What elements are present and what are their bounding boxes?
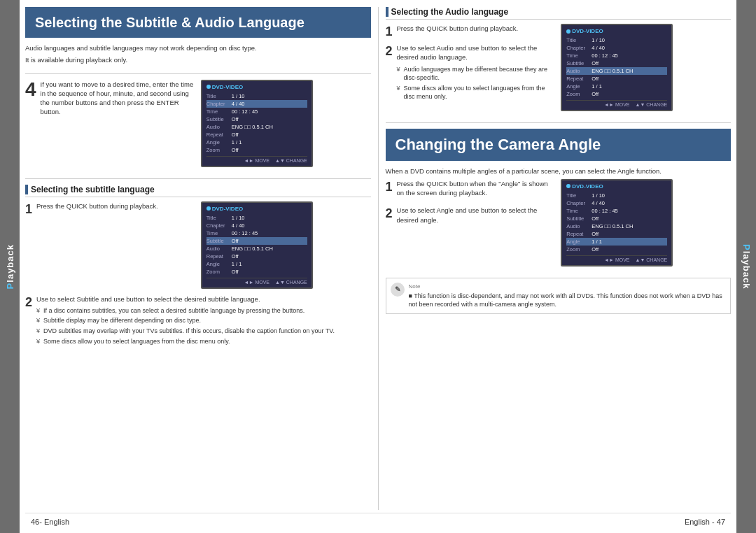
camera-section-title: Changing the Camera Angle [396, 136, 722, 154]
dvd-footer-2: ◄► MOVE ▲▼ CHANGE [206, 278, 307, 285]
dvd-row: Chapter 4 / 40 [206, 100, 307, 108]
dvd-row: Zoom Off [566, 90, 667, 98]
subtitle-note-4: Some discs allow you to select languages… [36, 337, 370, 346]
audio-step2-content: Use to select Audio and use button to se… [397, 43, 556, 103]
dvd-row: Repeat Off [206, 131, 307, 138]
subsection-bar [25, 185, 28, 194]
subtitle-note-3: DVD subtitles may overlap with your TVs … [36, 327, 370, 336]
step4-right: DVD-VIDEO Title 1 / 10 Chapter 4 / 40 [201, 80, 371, 173]
note-box: ✎ Note ■ This function is disc-dependent… [386, 278, 732, 314]
dvd-row: Time 00 : 12 : 45 [206, 229, 307, 237]
left-section-title: Selecting the Subtitle & Audio Language [35, 14, 361, 31]
subtitle-step2-content: Use to select Subtitle and use button to… [36, 294, 370, 348]
divider-2 [25, 178, 371, 179]
subtitle-step1-right: DVD-VIDEO Title 1 / 10 Chapter 4 / 40 [201, 201, 371, 294]
content-columns: Selecting the Subtitle & Audio Language … [25, 7, 731, 510]
audio-step1-content: Press the QUICK button during playback. [397, 24, 556, 36]
step4-number: 4 [25, 80, 36, 99]
camera-step2-number: 2 [386, 207, 393, 220]
dvd-row: Angle 1 / 1 [566, 83, 667, 90]
dvd-row: Title 1 / 10 [206, 214, 307, 222]
divider-right [386, 122, 732, 123]
camera-steps-left: 1 Press the QUICK button when the "Angle… [386, 179, 556, 272]
audio-step2: 2 Use to select Audio and use button to … [386, 43, 556, 103]
dvd-row: Repeat Off [206, 253, 307, 260]
page-footer: 46- English English - 47 [25, 513, 731, 527]
dvd-header-2: DVD-VIDEO [206, 206, 307, 212]
audio-note-2: Some discs allow you to select languages… [397, 84, 556, 101]
note-text: ■ This function is disc-dependent, and m… [409, 292, 727, 309]
dvd-row: Audio ENG □□ 0.5.1 CH [206, 123, 307, 131]
right-column: Selecting the Audio language 1 Press the… [386, 7, 732, 510]
step4-section: 4 If you want to move to a desired time,… [25, 80, 371, 173]
subtitle-step2-text: Use to select Subtitle and use button to… [36, 294, 370, 304]
camera-step1-number: 1 [386, 180, 393, 193]
dvd-row: Audio ENG □□ 0.5.1 CH [566, 67, 667, 75]
dvd-screen-1: DVD-VIDEO Title 1 / 10 Chapter 4 / 40 [201, 80, 313, 167]
audio-dvd-header: DVD-VIDEO [566, 28, 667, 34]
subtitle-section-header: Selecting the subtitle language [25, 185, 371, 197]
audio-step1-text: Press the QUICK button during playback. [397, 24, 556, 33]
dvd-footer-1: ◄► MOVE ▲▼ CHANGE [206, 156, 307, 163]
dvd-footer-audio: ◄► MOVE ▲▼ CHANGE [566, 100, 667, 107]
subtitle-step2: 2 Use to select Subtitle and use button … [25, 294, 371, 348]
subtitle-step1-text: Press the QUICK button during playback. [36, 201, 195, 211]
main-content: Selecting the Subtitle & Audio Language … [20, 0, 736, 533]
camera-step2: 2 Use to select Angle and use button to … [386, 206, 556, 227]
camera-step1-text: Press the QUICK button when the "Angle" … [397, 179, 556, 198]
camera-step2-text: Use to select Angle and use button to se… [397, 206, 556, 225]
dvd-row: Time 00 : 12 : 45 [206, 108, 307, 115]
dvd-row: Time 00 : 12 : 45 [566, 52, 667, 59]
column-divider [378, 7, 379, 510]
audio-step1-number: 1 [386, 25, 393, 38]
camera-intro: When a DVD contains multiple angles of a… [386, 166, 732, 176]
subtitle-step1-number: 1 [25, 203, 32, 215]
dvd-row: Angle 1 / 1 [566, 238, 667, 246]
divider-1 [25, 73, 371, 74]
dvd-row: Zoom Off [206, 268, 307, 276]
sidebar-right: Playback [736, 0, 756, 533]
step4-text: If you want to move to a desired time, e… [41, 80, 195, 117]
dvd-row: Subtitle Off [566, 215, 667, 222]
left-column: Selecting the Subtitle & Audio Language … [25, 7, 371, 510]
dvd-row: Repeat Off [566, 230, 667, 238]
audio-step-left: 1 Press the QUICK button during playback… [386, 24, 556, 117]
audio-dvd-screen: DVD-VIDEO Title 1 / 10 Chapter 4 / 40 [561, 24, 673, 111]
audio-step1: 1 Press the QUICK button during playback… [386, 24, 556, 38]
note-label: Note [409, 283, 727, 290]
note-icon: ✎ [391, 283, 405, 297]
dvd-row: Angle 1 / 1 [206, 138, 307, 146]
audio-section-title: Selecting the Audio language [391, 7, 509, 17]
subtitle-step2-number: 2 [25, 296, 32, 308]
camera-section-header: Changing the Camera Angle [386, 129, 732, 161]
dvd-row: Subtitle Off [566, 59, 667, 67]
subtitle-step1: 1 Press the QUICK button during playback… [25, 201, 195, 215]
dvd-row: Subtitle Off [206, 115, 307, 123]
camera-step2-content: Use to select Angle and use button to se… [397, 206, 556, 227]
step4-intro: 4 If you want to move to a desired time,… [25, 80, 195, 117]
camera-section-content: 1 Press the QUICK button when the "Angle… [386, 179, 732, 272]
dvd-screen-2: DVD-VIDEO Title 1 / 10 Chapter 4 / 40 [201, 201, 313, 289]
dvd-row: Time 00 : 12 : 45 [566, 207, 667, 215]
dvd-row: Chapter 4 / 40 [566, 44, 667, 52]
dvd-row: Title 1 / 10 [206, 92, 307, 100]
subtitle-section-title: Selecting the subtitle language [31, 185, 155, 194]
subtitle-note-1: If a disc contains subtitles, you can se… [36, 306, 370, 315]
audio-section-header: Selecting the Audio language [386, 7, 732, 20]
dvd-row: Audio ENG □□ 0.5.1 CH [206, 245, 307, 253]
camera-dvd-right: DVD-VIDEO Title 1 / 10 Chapter 4 / 40 [561, 179, 731, 272]
dvd-row: Chapter 4 / 40 [206, 222, 307, 229]
step4-left: 4 If you want to move to a desired time,… [25, 80, 195, 173]
sidebar-left-label: Playback [5, 244, 15, 289]
camera-step1: 1 Press the QUICK button when the "Angle… [386, 179, 556, 201]
page-container: Playback Selecting the Subtitle & Audio … [0, 0, 756, 533]
dvd-row: Subtitle Off [206, 237, 307, 245]
subtitle-step1-content: Press the QUICK button during playback. [36, 201, 195, 213]
audio-note-1: Audio languages may be different because… [397, 65, 556, 83]
sidebar-right-label: Playback [741, 244, 752, 289]
sidebar-left: Playback [0, 0, 20, 533]
dvd-row: Title 1 / 10 [566, 36, 667, 44]
camera-step1-content: Press the QUICK button when the "Angle" … [397, 179, 556, 201]
dvd-row: Title 1 / 10 [566, 192, 667, 199]
audio-step2-number: 2 [386, 45, 393, 57]
